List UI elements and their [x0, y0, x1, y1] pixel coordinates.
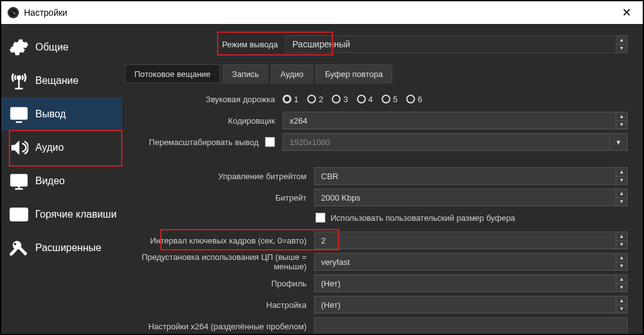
tab-replay-buffer[interactable]: Буфер повтора [315, 64, 392, 83]
keyint-label: Интервал ключевых кадров (сек, 0=авто) [125, 236, 314, 245]
sidebar-item-general[interactable]: Общие [1, 30, 122, 64]
svg-point-1 [11, 11, 14, 13]
tune-select[interactable]: (Нет) [314, 296, 616, 314]
titlebar: Настройки ✕ [1, 1, 643, 24]
tools-icon [8, 237, 30, 259]
audio-track-radios: 1 2 3 4 5 6 [283, 95, 422, 104]
tab-streaming[interactable]: Потоковое вещание [125, 64, 220, 83]
chevron-up-icon[interactable]: ▲ [616, 296, 628, 305]
profile-select[interactable]: (Нет) [314, 274, 616, 292]
output-icon [8, 103, 30, 126]
sidebar-item-label: Видео [35, 175, 65, 187]
svg-rect-8 [11, 175, 27, 186]
x264opts-label: Настройки x264 (разделённые пробелом) [125, 322, 314, 331]
sidebar-item-label: Горячие клавиши [35, 209, 116, 220]
encoder-label: Кодировщик [125, 116, 283, 126]
chevron-down-icon[interactable]: ▼ [616, 283, 628, 293]
chevron-down-icon[interactable]: ▼ [616, 120, 628, 130]
audio-track-label: Звуковая дорожка [125, 95, 283, 104]
audio-track-6[interactable]: 6 [406, 95, 422, 104]
chevron-down-icon[interactable]: ▼ [616, 197, 628, 207]
custom-buffer-label: Использовать пользовательский размер буф… [331, 213, 515, 223]
window-title: Настройки [24, 8, 617, 18]
rate-control-select[interactable]: CBR [314, 167, 616, 185]
chevron-down-icon[interactable]: ▼ [616, 240, 628, 250]
sidebar-item-video[interactable]: Видео [1, 164, 122, 197]
bitrate-label: Битрейт [125, 193, 314, 203]
sidebar-item-hotkeys[interactable]: Горячие клавиши [1, 197, 122, 231]
chevron-up-icon[interactable]: ▲ [616, 253, 628, 262]
svg-point-2 [13, 12, 16, 15]
close-icon[interactable]: ✕ [617, 4, 636, 21]
chevron-down-icon[interactable]: ▼ [616, 305, 628, 314]
cpu-preset-select[interactable]: veryfast [314, 253, 616, 271]
monitor-icon [8, 170, 30, 192]
sidebar-item-label: Общие [35, 42, 69, 53]
speaker-icon [8, 136, 30, 159]
content-area: Режим вывода Расширенный ▲ ▼ Потоковое в… [122, 24, 643, 334]
output-mode-value: Расширенный [292, 39, 350, 49]
chevron-down-icon[interactable]: ▼ [616, 176, 628, 185]
profile-label: Профиль [125, 279, 314, 288]
output-mode-label: Режим вывода [220, 40, 280, 49]
sidebar: Общие Вещание Вывод Аудио Видео [1, 24, 122, 334]
sidebar-item-label: Расширенные [35, 242, 102, 254]
chevron-up-icon[interactable]: ▲ [616, 35, 628, 44]
chevron-up-icon[interactable]: ▲ [616, 189, 628, 197]
cpu-preset-label: Предустановка использования ЦП (выше = м… [125, 252, 314, 271]
audio-track-5[interactable]: 5 [382, 95, 397, 104]
audio-track-2[interactable]: 2 [307, 95, 323, 104]
chevron-up-icon[interactable]: ▲ [616, 274, 628, 283]
output-tabs: Потоковое вещание Запись Аудио Буфер пов… [125, 64, 628, 83]
svg-point-3 [18, 76, 21, 79]
chevron-down-icon[interactable]: ▼ [616, 262, 628, 271]
chevron-down-icon[interactable]: ▼ [610, 133, 628, 151]
rescale-select[interactable]: 1920x1080 [283, 133, 610, 151]
tune-label: Настройка [125, 300, 314, 310]
broadcast-icon [8, 69, 30, 92]
audio-track-1[interactable]: 1 [283, 95, 298, 104]
rate-control-label: Управление битрейтом [125, 172, 314, 181]
gear-icon [8, 36, 30, 59]
chevron-up-icon[interactable]: ▲ [616, 112, 628, 120]
sidebar-item-advanced[interactable]: Расширенные [1, 231, 122, 264]
sidebar-item-label: Аудио [35, 142, 64, 153]
sidebar-item-audio[interactable]: Аудио [1, 131, 122, 164]
output-mode-select[interactable]: Расширенный [285, 35, 616, 53]
tab-recording[interactable]: Запись [223, 64, 269, 83]
rescale-checkbox[interactable] [265, 137, 275, 147]
encoder-select[interactable]: x264 [283, 112, 616, 129]
rescale-label-wrap: Перемасштабировать вывод [125, 137, 283, 147]
sidebar-item-stream[interactable]: Вещание [1, 64, 122, 97]
audio-track-3[interactable]: 3 [332, 95, 348, 104]
tab-audio[interactable]: Аудио [271, 64, 313, 83]
x264opts-input[interactable] [314, 317, 628, 334]
audio-track-4[interactable]: 4 [357, 95, 373, 104]
chevron-up-icon[interactable]: ▲ [616, 232, 628, 240]
sidebar-item-label: Вывод [35, 109, 66, 120]
chevron-up-icon[interactable]: ▲ [616, 167, 628, 176]
sidebar-item-label: Вещание [35, 75, 78, 86]
keyint-input[interactable]: 2 [314, 232, 616, 249]
keyboard-icon [8, 203, 30, 226]
sidebar-item-output[interactable]: Вывод [1, 97, 122, 131]
custom-buffer-checkbox[interactable] [315, 213, 325, 223]
bitrate-input[interactable]: 2000 Kbps [314, 189, 616, 206]
app-icon [8, 7, 19, 18]
chevron-down-icon[interactable]: ▼ [616, 44, 628, 54]
